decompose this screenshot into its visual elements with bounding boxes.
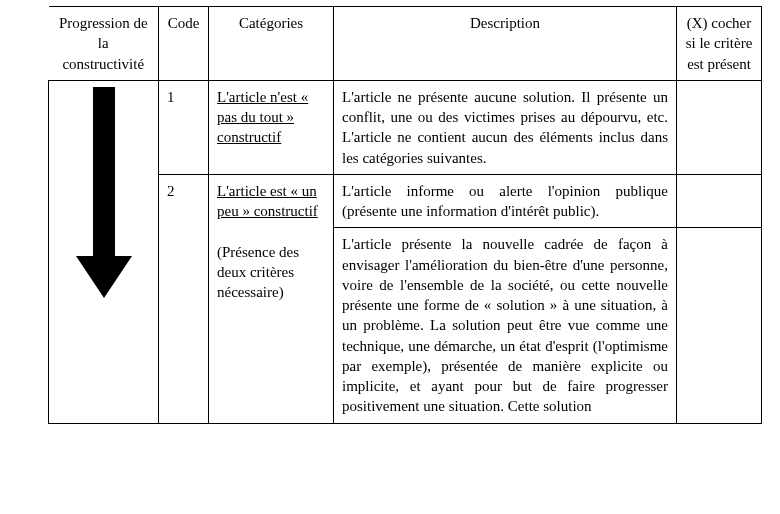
description-cell: L'article ne présente aucune solution. I…: [334, 80, 677, 174]
progression-arrow-cell: [49, 80, 159, 423]
down-arrow-icon: [57, 87, 150, 298]
code-cell: 2: [159, 174, 209, 423]
code-cell: 1: [159, 80, 209, 174]
table-row: 1 L'article n'est « pas du tout » constr…: [49, 80, 762, 174]
checkbox-cell[interactable]: [677, 228, 762, 423]
category-note: (Présence des deux critères nécessaire): [217, 244, 299, 301]
category-cell: L'article n'est « pas du tout » construc…: [209, 80, 334, 174]
header-checkbox: (X) cocher si le critère est présent: [677, 7, 762, 81]
checkbox-cell[interactable]: [677, 80, 762, 174]
category-label: L'article n'est « pas du tout » construc…: [217, 89, 308, 146]
header-progression: Progression de la constructivité: [49, 7, 159, 81]
header-code: Code: [159, 7, 209, 81]
header-categories: Catégories: [209, 7, 334, 81]
description-cell: L'article présente la nouvelle cadrée de…: [334, 228, 677, 423]
category-cell: L'article est « un peu » constructif (Pr…: [209, 174, 334, 423]
description-cell: L'article informe ou alerte l'opinion pu…: [334, 174, 677, 228]
criteria-table: Progression de la constructivité Code Ca…: [48, 6, 762, 424]
page: Progression de la constructivité Code Ca…: [0, 0, 780, 424]
checkbox-cell[interactable]: [677, 174, 762, 228]
table-header-row: Progression de la constructivité Code Ca…: [49, 7, 762, 81]
category-label: L'article est « un peu » constructif: [217, 183, 318, 219]
header-description: Description: [334, 7, 677, 81]
